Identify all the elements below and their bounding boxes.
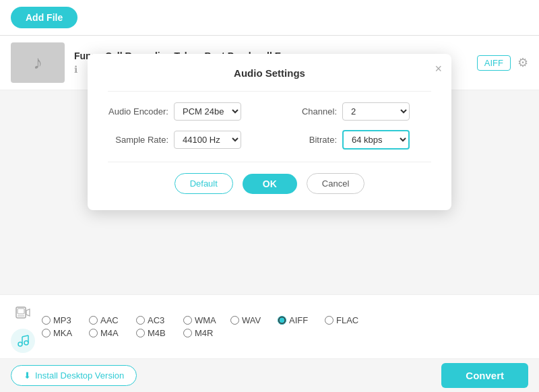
format-badge-button[interactable]: AIFF [477,55,511,71]
dialog-top-divider [108,91,431,92]
download-icon: ⬇ [24,370,31,381]
dialog-title: Audio Settings [108,67,431,79]
cancel-button[interactable]: Cancel [307,173,364,194]
file-thumbnail: ♪ [11,42,65,83]
bitrate-select[interactable]: 64 kbps [342,130,410,150]
sample-rate-label: Sample Rate: [108,135,168,145]
sample-rate-select[interactable]: 44100 Hz [174,131,241,149]
footer-bar: ⬇ Install Desktop Version Convert [0,358,539,392]
file-actions: AIFF ⚙ [477,55,528,71]
install-label: Install Desktop Version [35,370,124,381]
format-flac[interactable]: FLAC [325,315,372,325]
channel-label: Channel: [276,106,337,117]
format-mka[interactable]: MKA [42,328,89,338]
format-wma[interactable]: WMA [183,315,230,325]
default-button[interactable]: Default [175,173,233,194]
format-row-2: MKA M4A M4B M4R [42,328,528,338]
format-m4b[interactable]: M4B [136,328,183,338]
channel-row: Channel: 2 [276,102,431,121]
format-ac3[interactable]: AC3 [136,315,183,325]
gear-icon[interactable]: ⚙ [517,55,528,70]
svg-marker-3 [26,309,30,316]
convert-button[interactable]: Convert [441,363,528,388]
info-icon[interactable]: ℹ [74,64,77,75]
bitrate-label: Bitrate: [276,135,337,145]
format-aac[interactable]: AAC [89,315,136,325]
install-button[interactable]: ⬇ Install Desktop Version [11,365,137,386]
format-wav[interactable]: WAV [230,315,278,325]
format-m4r[interactable]: M4R [183,328,230,338]
tab-icons [11,300,35,353]
svg-point-4 [18,342,22,346]
settings-grid: Audio Encoder: PCM 24be Channel: 2 Sampl… [108,102,431,150]
audio-encoder-label: Audio Encoder: [108,106,168,117]
svg-point-5 [24,341,28,345]
audio-tab-icon[interactable] [11,329,35,353]
format-m4a[interactable]: M4A [89,328,136,338]
audio-settings-dialog: × Audio Settings Audio Encoder: PCM 24be… [88,54,451,210]
video-tab-icon[interactable] [11,300,35,325]
dialog-buttons: Default OK Cancel [108,173,431,194]
dialog-close-button[interactable]: × [435,62,442,76]
top-bar: Add File [0,0,539,36]
format-row-1: MP3 AAC AC3 WMA WAV AIFF FLAC [42,315,528,325]
add-file-button[interactable]: Add File [11,7,77,28]
svg-rect-1 [18,308,24,314]
audio-encoder-select[interactable]: PCM 24be [174,102,241,121]
format-selector-bar: MP3 AAC AC3 WMA WAV AIFF FLAC MKA M4A M4… [0,294,539,358]
audio-encoder-row: Audio Encoder: PCM 24be [108,102,263,121]
sample-rate-row: Sample Rate: 44100 Hz [108,130,263,150]
music-icon: ♪ [33,52,42,73]
channel-select[interactable]: 2 [342,102,410,121]
svg-line-8 [22,335,28,337]
format-grid: MP3 AAC AC3 WMA WAV AIFF FLAC MKA M4A M4… [42,315,528,338]
format-aiff[interactable]: AIFF [278,315,325,325]
ok-button[interactable]: OK [243,174,297,194]
format-mp3[interactable]: MP3 [42,315,89,325]
bitrate-row: Bitrate: 64 kbps [276,130,431,150]
dialog-footer-divider [108,162,431,162]
